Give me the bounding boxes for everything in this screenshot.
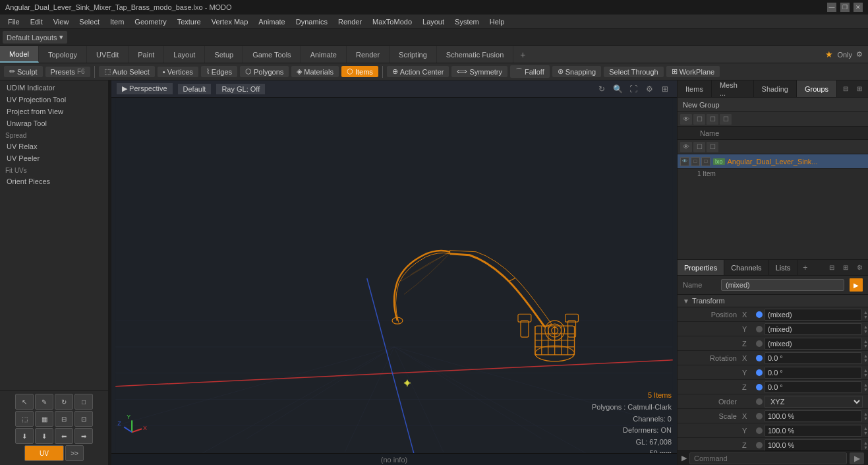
tool-btn-down2[interactable]: ⬇ bbox=[35, 428, 53, 444]
cmd-input[interactable] bbox=[689, 452, 847, 464]
tab-layout[interactable]: Layout bbox=[164, 46, 205, 63]
item-row-main[interactable]: 👁 □ □ lxo Angular_Dual_Lever_Sink... bbox=[678, 154, 868, 169]
prop-rx-up-arrow[interactable]: ▲ bbox=[863, 354, 868, 358]
prop-rx-dot[interactable] bbox=[756, 355, 763, 361]
prop-rz-down-arrow[interactable]: ▼ bbox=[863, 387, 868, 392]
prop-x-up-arrow[interactable]: ▲ bbox=[863, 310, 868, 315]
menu-maxtomodo[interactable]: MaxToModo bbox=[367, 16, 417, 27]
rpanel-expand-icon[interactable]: ⊟ bbox=[840, 83, 852, 95]
viewport-zoom-icon[interactable]: 🔍 bbox=[611, 82, 624, 96]
menu-animate[interactable]: Animate bbox=[253, 16, 290, 27]
item-render-icon[interactable]: □ bbox=[691, 157, 700, 166]
tool-btn-active[interactable]: UV bbox=[24, 445, 64, 461]
materials-button[interactable]: ◈ Materials bbox=[291, 66, 339, 77]
sculpt-button[interactable]: ✏ Sculpt bbox=[4, 66, 43, 77]
udim-indicator-item[interactable]: UDIM Indicator bbox=[0, 82, 108, 94]
symmetry-button[interactable]: ⟺ Symmetry bbox=[451, 66, 507, 77]
rpanel-tab-shading[interactable]: Shading bbox=[754, 80, 797, 97]
menu-select[interactable]: Select bbox=[74, 16, 105, 27]
prop-scale-z-input[interactable] bbox=[765, 439, 862, 451]
prop-sx-down-arrow[interactable]: ▼ bbox=[863, 416, 868, 421]
transform-section-header[interactable]: ▼ Transform bbox=[678, 295, 868, 307]
prop-z-down-arrow[interactable]: ▼ bbox=[863, 344, 868, 348]
only-label[interactable]: Only bbox=[837, 51, 852, 59]
presets-button[interactable]: Presets F6 bbox=[45, 67, 90, 77]
prop-scale-y-input[interactable] bbox=[765, 425, 862, 437]
items2-lock-btn[interactable]: ☐ bbox=[707, 142, 718, 152]
viewport-expand-icon[interactable]: ⊞ bbox=[658, 82, 672, 96]
menu-help[interactable]: Help bbox=[484, 16, 510, 27]
menu-layout[interactable]: Layout bbox=[417, 16, 449, 27]
prop-x-down-arrow[interactable]: ▼ bbox=[863, 315, 868, 319]
rpanel-tab-groups[interactable]: Groups bbox=[797, 80, 837, 97]
tab-uvedit[interactable]: UVEdit bbox=[87, 46, 129, 63]
polygons-button[interactable]: ⬡ Polygons bbox=[240, 66, 289, 77]
tool-btn-grid4[interactable]: ⊡ bbox=[74, 411, 93, 427]
menu-file[interactable]: File bbox=[3, 16, 25, 27]
tab-schematic[interactable]: Schematic Fusion bbox=[437, 46, 513, 63]
tool-btn-grid1[interactable]: ⬚ bbox=[15, 411, 34, 427]
menu-edit[interactable]: Edit bbox=[25, 16, 48, 27]
unwrap-tool-item[interactable]: Unwrap Tool bbox=[0, 117, 108, 129]
props-popout-btn[interactable]: ⊞ bbox=[840, 262, 852, 274]
select-through-button[interactable]: Select Through bbox=[604, 67, 663, 77]
auto-select-button[interactable]: ⬚ Auto Select bbox=[99, 66, 155, 77]
prop-rx-down-arrow[interactable]: ▼ bbox=[863, 358, 868, 363]
tool-btn-box[interactable]: □ bbox=[74, 394, 93, 410]
prop-rz-dot[interactable] bbox=[756, 384, 763, 390]
menu-geometry[interactable]: Geometry bbox=[129, 16, 171, 27]
tool-btn-pen[interactable]: ✎ bbox=[35, 394, 53, 410]
viewport-raygl-label[interactable]: Ray GL: Off bbox=[216, 84, 265, 94]
tool-btn-right[interactable]: ➡ bbox=[74, 428, 93, 444]
tab-scripting[interactable]: Scripting bbox=[390, 46, 437, 63]
maximize-button[interactable]: ❐ bbox=[840, 3, 850, 12]
menu-item[interactable]: Item bbox=[105, 16, 129, 27]
viewport-orbit-icon[interactable]: ↻ bbox=[595, 82, 608, 96]
prop-z-dot[interactable] bbox=[756, 340, 763, 347]
tab-topology[interactable]: Topology bbox=[39, 46, 87, 63]
prop-ry-down-arrow[interactable]: ▼ bbox=[863, 373, 868, 377]
prop-y-dot[interactable] bbox=[756, 326, 763, 332]
menu-dynamics[interactable]: Dynamics bbox=[291, 16, 333, 27]
cmd-execute-btn[interactable]: ▶ bbox=[850, 452, 864, 464]
prop-y-down-arrow[interactable]: ▼ bbox=[863, 329, 868, 334]
tool-btn-down1[interactable]: ⬇ bbox=[15, 428, 34, 444]
prop-scale-x-input[interactable] bbox=[765, 410, 862, 422]
props-tab-add[interactable]: + bbox=[797, 263, 813, 272]
close-button[interactable]: ✕ bbox=[854, 3, 863, 12]
menu-vertex-map[interactable]: Vertex Map bbox=[206, 16, 254, 27]
prop-ry-dot[interactable] bbox=[756, 369, 763, 376]
items-lock-btn[interactable]: ☐ bbox=[707, 114, 718, 125]
prop-sy-up-arrow[interactable]: ▲ bbox=[863, 426, 868, 431]
prop-sy-down-arrow[interactable]: ▼ bbox=[863, 431, 868, 435]
tab-model[interactable]: Model bbox=[0, 46, 39, 63]
prop-rotation-y-input[interactable] bbox=[765, 367, 862, 379]
orient-pieces-item[interactable]: Orient Pieces bbox=[0, 175, 108, 187]
rpanel-popout-icon[interactable]: ⊞ bbox=[854, 83, 865, 95]
props-tab-properties[interactable]: Properties bbox=[678, 260, 724, 275]
viewport-perspective-label[interactable]: ▶ Perspective bbox=[117, 83, 173, 94]
scene-canvas[interactable]: X Y Z 5 Items Polygons : Catmull-Clark C… bbox=[111, 98, 677, 465]
prop-y-up-arrow[interactable]: ▲ bbox=[863, 325, 868, 329]
tool-btn-left[interactable]: ⬅ bbox=[55, 428, 73, 444]
menu-render[interactable]: Render bbox=[333, 16, 367, 27]
items-wire-btn[interactable]: ☐ bbox=[720, 114, 732, 125]
name-confirm-btn[interactable]: ▶ bbox=[850, 278, 863, 292]
props-expand-btn[interactable]: ⊟ bbox=[826, 262, 838, 274]
layout-dropdown[interactable]: Default Layouts ▾ bbox=[3, 31, 67, 44]
tool-btn-grid3[interactable]: ⊟ bbox=[55, 411, 73, 427]
menu-texture[interactable]: Texture bbox=[172, 16, 206, 27]
tool-btn-rotate[interactable]: ↻ bbox=[55, 394, 73, 410]
uv-peeler-item[interactable]: UV Peeler bbox=[0, 152, 108, 164]
uv-projection-tool-item[interactable]: UV Projection Tool bbox=[0, 94, 108, 106]
prop-sy-dot[interactable] bbox=[756, 427, 763, 434]
action-center-button[interactable]: ⊕ Action Center bbox=[387, 66, 449, 77]
prop-position-z-input[interactable] bbox=[765, 338, 862, 350]
tool-btn-more[interactable]: >> bbox=[65, 445, 84, 461]
tab-game-tools[interactable]: Game Tools bbox=[243, 46, 301, 63]
viewport-settings-icon[interactable]: ⚙ bbox=[643, 82, 656, 96]
props-tab-lists[interactable]: Lists bbox=[769, 260, 798, 275]
prop-z-up-arrow[interactable]: ▲ bbox=[863, 339, 868, 344]
snapping-button[interactable]: ⊛ Snapping bbox=[552, 66, 602, 77]
items-render-btn[interactable]: ☐ bbox=[693, 114, 705, 125]
